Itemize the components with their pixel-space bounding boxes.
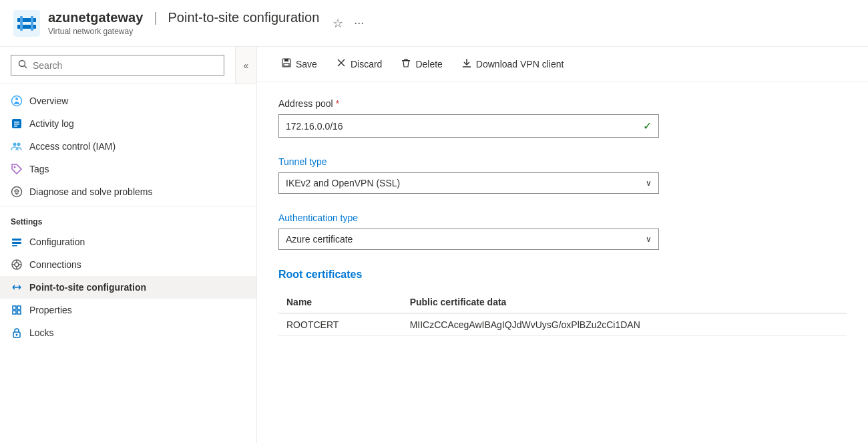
svg-rect-28 xyxy=(17,306,21,309)
page-header: azunetgateway | Point-to-site configurat… xyxy=(0,0,868,47)
diagnose-icon xyxy=(11,186,23,198)
svg-line-6 xyxy=(25,66,27,69)
favorite-button[interactable]: ☆ xyxy=(330,13,346,33)
sidebar-item-label-connections: Connections xyxy=(29,259,81,270)
sidebar-item-label-tags: Tags xyxy=(29,164,49,174)
search-box[interactable] xyxy=(11,55,224,76)
header-page-name: Point-to-site configuration xyxy=(168,10,319,25)
svg-rect-38 xyxy=(402,60,410,61)
svg-rect-27 xyxy=(13,306,16,309)
auth-type-group: Authentication type Azure certificate ∨ xyxy=(278,212,847,250)
main-layout: « Overview Activity log xyxy=(0,47,868,443)
save-button[interactable]: Save xyxy=(273,53,325,75)
sidebar-item-tags[interactable]: Tags xyxy=(0,158,256,180)
save-icon xyxy=(281,57,292,71)
content-area: Save Discard Delete Download VPN client xyxy=(257,47,868,443)
resource-name: azunetgateway xyxy=(48,10,143,25)
download-vpn-button[interactable]: Download VPN client xyxy=(453,53,572,75)
svg-rect-35 xyxy=(284,63,289,66)
iam-icon xyxy=(11,140,23,152)
svg-rect-11 xyxy=(14,124,19,125)
delete-button[interactable]: Delete xyxy=(393,53,450,75)
svg-point-7 xyxy=(12,96,22,106)
svg-rect-4 xyxy=(31,16,33,31)
table-header-cert: Public certificate data xyxy=(402,291,847,313)
svg-rect-12 xyxy=(14,126,17,127)
chevron-down-icon: ∨ xyxy=(646,178,652,188)
header-title: azunetgateway | Point-to-site configurat… xyxy=(48,10,319,25)
p2s-icon xyxy=(11,281,23,293)
sidebar-item-access-control[interactable]: Access control (IAM) xyxy=(0,135,256,158)
discard-label: Discard xyxy=(351,59,382,69)
sidebar-item-point-to-site[interactable]: Point-to-site configuration xyxy=(0,276,256,299)
svg-rect-34 xyxy=(284,59,288,61)
discard-icon xyxy=(336,57,347,71)
sidebar-item-overview[interactable]: Overview xyxy=(0,90,256,112)
sidebar-item-properties[interactable]: Properties xyxy=(0,299,256,321)
required-indicator: * xyxy=(336,98,339,109)
svg-point-14 xyxy=(17,143,21,146)
svg-rect-0 xyxy=(13,10,40,37)
more-options-button[interactable]: ··· xyxy=(351,13,367,33)
header-separator: | xyxy=(154,10,157,25)
sidebar-item-label-iam: Access control (IAM) xyxy=(29,141,116,152)
address-pool-label: Address pool * xyxy=(278,98,847,109)
tunnel-type-select[interactable]: IKEv2 and OpenVPN (SSL) ∨ xyxy=(278,172,659,194)
auth-type-select[interactable]: Azure certificate ∨ xyxy=(278,229,659,250)
properties-icon xyxy=(11,304,23,316)
header-title-block: azunetgateway | Point-to-site configurat… xyxy=(48,10,319,36)
discard-button[interactable]: Discard xyxy=(328,53,390,75)
toolbar: Save Discard Delete Download VPN client xyxy=(257,47,868,82)
svg-rect-39 xyxy=(404,59,408,60)
svg-rect-18 xyxy=(12,239,21,241)
sidebar-collapse-button[interactable]: « xyxy=(235,47,256,84)
sidebar-item-label-properties: Properties xyxy=(29,305,72,315)
sidebar-item-locks[interactable]: Locks xyxy=(0,321,256,344)
root-certs-group: Root certificates Name Public certificat… xyxy=(278,269,847,336)
sidebar-item-diagnose[interactable]: Diagnose and solve problems xyxy=(0,180,256,203)
svg-point-8 xyxy=(15,98,18,100)
sidebar-item-activity-log[interactable]: Activity log xyxy=(0,112,256,135)
svg-rect-10 xyxy=(14,122,19,123)
svg-point-5 xyxy=(19,61,25,67)
root-certs-table: Name Public certificate data ROOTCERT MI… xyxy=(278,291,847,336)
download-vpn-label: Download VPN client xyxy=(476,59,564,69)
svg-rect-30 xyxy=(17,311,21,314)
address-pool-input[interactable]: 172.16.0.0/16 ✓ xyxy=(278,114,659,138)
overview-icon xyxy=(11,95,23,107)
svg-point-32 xyxy=(16,334,18,336)
search-icon xyxy=(18,59,27,71)
svg-point-15 xyxy=(14,166,16,168)
cert-name: ROOTCERT xyxy=(278,313,402,336)
chevron-down-icon-auth: ∨ xyxy=(646,235,652,244)
delete-icon xyxy=(401,57,411,71)
tunnel-type-label: Tunnel type xyxy=(278,156,847,167)
sidebar-nav: Overview Activity log Access control (IA… xyxy=(0,84,256,443)
svg-rect-3 xyxy=(20,16,23,31)
svg-rect-19 xyxy=(12,242,21,244)
locks-icon xyxy=(11,327,23,339)
root-certs-title: Root certificates xyxy=(278,269,847,281)
sidebar-item-configuration[interactable]: Configuration xyxy=(0,231,256,253)
sidebar-item-connections[interactable]: Connections xyxy=(0,253,256,276)
tags-icon xyxy=(11,163,23,175)
connections-icon xyxy=(11,259,23,271)
sidebar: « Overview Activity log xyxy=(0,47,257,443)
search-input[interactable] xyxy=(33,60,217,71)
header-subtitle: Virtual network gateway xyxy=(48,27,319,36)
header-actions: ☆ ··· xyxy=(330,13,367,33)
svg-point-13 xyxy=(13,143,17,146)
configuration-icon xyxy=(11,236,23,248)
auth-type-label: Authentication type xyxy=(278,212,847,223)
activity-log-icon xyxy=(11,118,23,130)
svg-point-22 xyxy=(15,263,19,267)
sidebar-item-label-overview: Overview xyxy=(29,96,68,106)
cert-data: MIICzCCAcegAwIBAgIQJdWvUysG/oxPlBZu2cCi1… xyxy=(402,313,847,336)
table-row[interactable]: ROOTCERT MIICzCCAcegAwIBAgIQJdWvUysG/oxP… xyxy=(278,313,847,336)
tunnel-type-group: Tunnel type IKEv2 and OpenVPN (SSL) ∨ xyxy=(278,156,847,194)
settings-section-header: Settings xyxy=(0,206,256,231)
sidebar-item-label-p2s: Point-to-site configuration xyxy=(29,282,146,293)
svg-rect-20 xyxy=(12,245,17,247)
svg-rect-29 xyxy=(13,311,16,314)
address-pool-group: Address pool * 172.16.0.0/16 ✓ xyxy=(278,98,847,138)
